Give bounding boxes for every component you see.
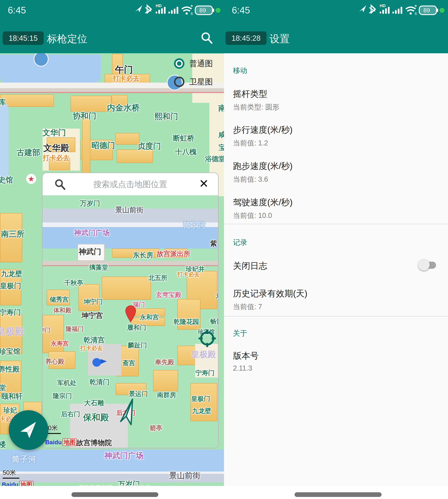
map-label: 奉先殿 — [155, 358, 174, 366]
map-label: 协和门 — [73, 111, 96, 121]
map-label: 内金水桥 — [107, 102, 140, 113]
screenshot-root: ★ 午门打卡必去库内金水桥协和门熙和门南文华门昭德门贞度门断虹桥十八槐咸宝文华殿… — [0, 0, 448, 499]
settings-item-history-retention[interactable]: 历史记录有效期(天) 当前值: 7 — [233, 288, 439, 311]
map-label: 神武门 — [79, 246, 101, 257]
section-header-records: 记录 — [233, 238, 247, 247]
map-label: 玄穹宝殿 — [156, 291, 181, 299]
map-label: 神武门广场 — [74, 228, 110, 238]
map-label: 宁寿门 — [195, 369, 214, 377]
map-scale: 50米 — [3, 468, 19, 479]
map-label: 皇极殿 — [191, 349, 216, 360]
map-label: 麟趾门 — [128, 341, 147, 350]
map-label: 斋宫 — [122, 359, 135, 367]
gesture-pill[interactable] — [295, 492, 382, 497]
map-label: 万岁门 — [80, 199, 100, 208]
app-bar: 6:45 18:45:15 标枪定位 — [0, 0, 224, 53]
baidu-logo: Baidu地图 — [45, 438, 77, 447]
status-clock: 6:45 — [8, 5, 26, 16]
app-bar: 6:45 ← 18:45:28 设置 — [224, 0, 448, 53]
map-label: 畅音 — [210, 317, 218, 326]
item-subtitle: 当前值: 7 — [233, 302, 439, 311]
map-type-option-normal[interactable]: 普通图 — [174, 58, 213, 69]
search-icon[interactable] — [200, 31, 213, 44]
map-label: 筒子河 — [183, 220, 206, 230]
mini-map[interactable]: 万岁门景山前街筒子河神武门广场神武门东长房故宫派出所紫摛藻堂珍妃井打卡必去千秋亭… — [43, 195, 218, 448]
close-icon[interactable]: ✕ — [199, 177, 209, 190]
radio-label: 卫星图 — [189, 77, 213, 87]
map-label: 九龙壁 — [1, 269, 22, 279]
map-label: 神武门广场 — [104, 450, 144, 461]
settings-item-walk-speed[interactable]: 步行速度(米/秒) 当前值: 1.2 — [233, 124, 439, 148]
map-label: 紫 — [210, 239, 217, 248]
settings-item-drive-speed[interactable]: 驾驶速度(米/秒) 当前值: 10.0 — [233, 197, 439, 220]
map-label: 咸 — [218, 130, 224, 139]
map-label: 保和殿 — [83, 412, 109, 423]
map-label: 浴德堂 — [205, 154, 224, 164]
gesture-pill[interactable] — [71, 492, 158, 497]
map-label: 堂 — [0, 383, 6, 392]
gesture-bar — [0, 486, 224, 499]
radio-label: 普通图 — [189, 58, 213, 69]
map-label: 文华门 — [42, 127, 66, 138]
map-label: 断虹桥 — [173, 134, 194, 143]
map-label: 储秀宫 — [50, 295, 69, 304]
map-label: 皇极门 — [0, 281, 21, 291]
map-label: 昭德门 — [92, 140, 115, 151]
recording-timestamp-badge: 18:45:28 — [225, 31, 267, 45]
map-label: 景山前街 — [169, 470, 200, 481]
map-label: 乾清宫 — [83, 335, 105, 345]
map-label: 南 — [218, 103, 224, 113]
item-title: 步行速度(米/秒) — [233, 124, 439, 136]
settings-item-disable-log[interactable]: 关闭日志 — [233, 260, 439, 272]
item-title: 跑步速度(米/秒) — [233, 160, 439, 172]
map-label: 隆宗门 — [53, 392, 72, 400]
map-label: 永和宫 — [140, 313, 159, 322]
item-subtitle: 当前类型: 圆形 — [233, 103, 439, 112]
map-label: 体和殿 — [53, 306, 71, 314]
item-title: 历史记录有效期(天) — [233, 288, 439, 299]
search-input[interactable]: 搜索或点击地图位置 — [93, 179, 167, 190]
crosshair-icon — [198, 329, 216, 347]
settings-item-version[interactable]: 版本号 2.11.3 — [233, 350, 439, 372]
map-label: 库 — [0, 97, 6, 107]
radio-unselected-icon[interactable] — [174, 77, 184, 87]
settings-item-joystick-type[interactable]: 摇杆类型 当前类型: 圆形 — [233, 88, 439, 112]
settings-item-run-speed[interactable]: 跑步速度(米/秒) 当前值: 3.6 — [233, 160, 439, 184]
map-label: 隆福门 — [66, 325, 84, 333]
paper-plane-sketch-icon — [115, 397, 140, 431]
item-title: 驾驶速度(米/秒) — [233, 197, 439, 208]
map-label: 摛藻堂 — [89, 263, 108, 272]
toggle-thumb — [418, 259, 430, 271]
map-label: 养心殿 — [45, 357, 64, 366]
map-label: 九龙壁 — [192, 407, 211, 415]
map-label: 珍宝馆 — [0, 347, 20, 356]
search-bar[interactable]: 搜索或点击地图位置 ✕ — [43, 173, 218, 195]
location-pin-icon — [124, 305, 137, 322]
map-label: 后右门 — [61, 410, 80, 418]
divider — [224, 224, 448, 224]
page-title: 设置 — [270, 32, 290, 46]
map-label: 乐 — [216, 292, 218, 300]
map-label: 筒子河 — [12, 454, 36, 465]
item-subtitle: 当前值: 1.2 — [233, 138, 439, 148]
map-label: 永寿宫 — [51, 340, 69, 348]
map-label: 十八槐 — [175, 147, 196, 157]
map-label: 军机处 — [57, 379, 76, 387]
map-label: 楼 — [0, 439, 6, 449]
item-title: 关闭日志 — [233, 260, 439, 272]
divider — [224, 316, 448, 317]
map-label: 养性殿 — [0, 364, 20, 374]
map-label: 贞度门 — [137, 141, 161, 151]
map-type-option-satellite[interactable]: 卫星图 — [174, 77, 213, 87]
teleport-fab-button[interactable] — [9, 410, 48, 450]
map-label: 皇极门 — [191, 395, 210, 403]
map-label: 景山前街 — [115, 205, 144, 215]
item-title: 版本号 — [233, 350, 439, 362]
gesture-bar — [224, 486, 448, 499]
map-label: 故宫博物院 — [76, 438, 112, 447]
map-label: 颐和轩 — [1, 392, 23, 401]
paper-plane-icon — [19, 421, 38, 439]
map-label: 乾隆花园 — [174, 318, 199, 326]
disable-log-toggle[interactable] — [418, 260, 436, 270]
radio-selected-icon[interactable] — [174, 58, 184, 69]
